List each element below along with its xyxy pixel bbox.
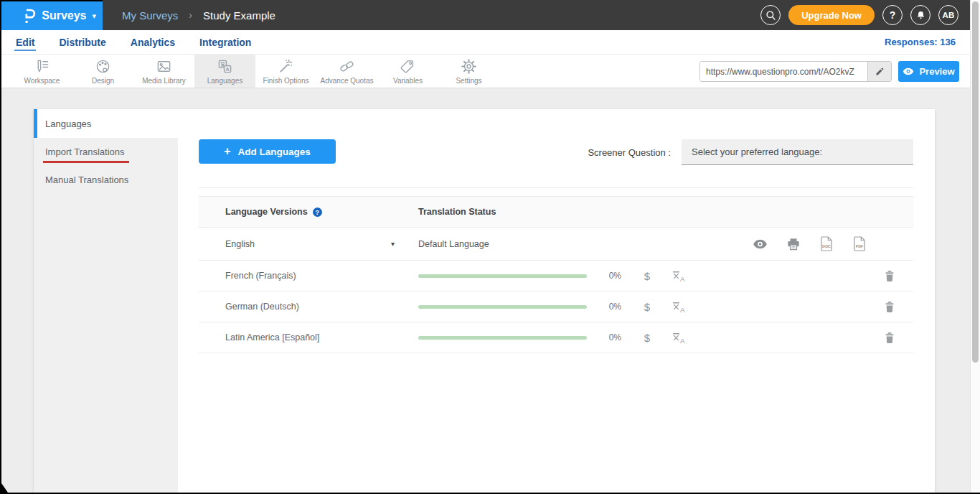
progress-percent: 0% bbox=[606, 302, 621, 312]
export-pdf-icon[interactable]: PDF bbox=[852, 236, 866, 251]
sidebar-item-import-translations[interactable]: Import Translations bbox=[34, 138, 178, 166]
translate-icon[interactable]: A bbox=[671, 330, 687, 345]
toolbar-item-workspace[interactable]: Workspace bbox=[11, 55, 72, 88]
toolbar-item-design[interactable]: Design bbox=[72, 55, 133, 88]
edit-toolbar: Workspace Design Media Library bbox=[1, 55, 980, 88]
toolbar-item-variables[interactable]: Variables bbox=[377, 55, 438, 88]
tab-edit[interactable]: Edit bbox=[14, 30, 36, 54]
screener-question: Screener Question : Select your preferre… bbox=[588, 139, 913, 165]
tag-icon bbox=[400, 58, 416, 75]
eye-icon bbox=[903, 67, 914, 75]
gear-icon bbox=[461, 58, 477, 75]
progress-percent: 0% bbox=[606, 271, 621, 281]
languages-main: + Add Languages Screener Question : Sele… bbox=[178, 109, 935, 493]
default-language-status: Default Language bbox=[418, 239, 489, 249]
progress-percent: 0% bbox=[606, 332, 621, 342]
table-header-row: Language Versions ? Translation Status bbox=[199, 196, 913, 228]
trash-icon[interactable] bbox=[885, 332, 895, 344]
preview-button[interactable]: Preview bbox=[898, 61, 959, 82]
search-icon bbox=[765, 9, 777, 22]
languages-panel: Languages Import Translations Manual Tra… bbox=[34, 109, 935, 493]
upgrade-now-button[interactable]: Upgrade Now bbox=[788, 5, 875, 25]
brand-label: Surveys bbox=[42, 9, 86, 22]
chevron-down-icon: ▾ bbox=[92, 11, 96, 21]
tab-distribute[interactable]: Distribute bbox=[57, 30, 107, 54]
svg-text:A: A bbox=[680, 336, 685, 344]
topbar: Surveys ▾ My Surveys › Study Example Upg… bbox=[1, 0, 980, 30]
search-button[interactable] bbox=[760, 5, 781, 25]
browser-scrollbar bbox=[970, 0, 980, 493]
questionpro-app: Surveys ▾ My Surveys › Study Example Upg… bbox=[0, 0, 980, 494]
chevron-down-icon: ▾ bbox=[391, 240, 395, 248]
avatar[interactable]: AB bbox=[938, 5, 958, 25]
help-button[interactable]: ? bbox=[882, 5, 903, 25]
brand-frame: Surveys ▾ bbox=[1, 0, 103, 30]
translation-progress-bar bbox=[418, 305, 587, 309]
workspace-icon bbox=[34, 58, 50, 75]
col-translation-status: Translation Status bbox=[418, 207, 496, 217]
chain-link-icon bbox=[339, 58, 355, 75]
survey-section-tabs: Edit Distribute Analytics Integration Re… bbox=[1, 30, 980, 55]
surveys-menu[interactable]: Surveys ▾ bbox=[1, 1, 103, 30]
translate-languages-icon: A bbox=[217, 58, 233, 75]
pencil-icon bbox=[875, 67, 885, 77]
svg-text:DOC: DOC bbox=[822, 244, 831, 248]
breadcrumb: My Surveys › Study Example bbox=[122, 0, 275, 30]
responses-count[interactable]: Responses: 136 bbox=[885, 30, 980, 54]
notifications-button[interactable] bbox=[910, 5, 930, 25]
tab-integration[interactable]: Integration bbox=[198, 30, 253, 54]
default-language-dropdown[interactable]: English ▾ bbox=[199, 239, 418, 249]
svg-text:A: A bbox=[680, 305, 685, 313]
survey-url-input[interactable] bbox=[700, 62, 867, 81]
svg-text:A: A bbox=[225, 66, 229, 72]
image-icon bbox=[156, 58, 172, 75]
languages-sidebar: Languages Import Translations Manual Tra… bbox=[34, 109, 178, 493]
toolbar-item-media-library[interactable]: Media Library bbox=[133, 55, 194, 88]
toolbar-item-advance-quotas[interactable]: Advance Quotas bbox=[316, 55, 377, 88]
sidebar-item-languages[interactable]: Languages bbox=[34, 109, 178, 138]
toolbar-item-settings[interactable]: Settings bbox=[438, 55, 499, 88]
table-row-latin-america: Latin America [Español] 0% $ A bbox=[199, 322, 913, 353]
add-languages-button[interactable]: + Add Languages bbox=[199, 139, 336, 164]
translation-progress-bar bbox=[418, 336, 587, 340]
translate-icon[interactable]: A bbox=[671, 269, 687, 284]
toolbar-item-finish-options[interactable]: Finish Options bbox=[255, 55, 316, 88]
palette-icon bbox=[95, 58, 111, 75]
table-row-german: German (Deutsch) 0% $ A bbox=[199, 292, 913, 322]
edit-url-button[interactable] bbox=[867, 62, 891, 81]
help-circle-icon[interactable]: ? bbox=[313, 208, 322, 217]
survey-url-box bbox=[699, 61, 892, 82]
trash-icon[interactable] bbox=[885, 301, 895, 313]
export-doc-icon[interactable]: DOC bbox=[819, 236, 833, 251]
breadcrumb-my-surveys[interactable]: My Surveys bbox=[122, 9, 178, 22]
svg-text:A: A bbox=[680, 274, 685, 282]
question-mark-icon: ? bbox=[890, 9, 896, 21]
translate-icon[interactable]: A bbox=[671, 299, 687, 314]
magic-wand-icon bbox=[278, 58, 294, 75]
print-icon[interactable] bbox=[787, 238, 800, 251]
trash-icon[interactable] bbox=[885, 270, 895, 282]
language-versions-table: Language Versions ? Translation Status E… bbox=[199, 196, 913, 353]
eye-icon[interactable] bbox=[753, 239, 768, 249]
breadcrumb-current-survey: Study Example bbox=[203, 9, 275, 22]
screener-question-label: Screener Question : bbox=[588, 147, 671, 158]
table-row-default-language: English ▾ Default Language bbox=[199, 228, 913, 261]
export-actions: DOC PDF bbox=[753, 236, 866, 251]
screener-question-select[interactable]: Select your preferred language: bbox=[682, 139, 913, 165]
sidebar-item-manual-translations[interactable]: Manual Translations bbox=[34, 166, 178, 194]
col-language-versions: Language Versions bbox=[225, 207, 308, 217]
tab-analytics[interactable]: Analytics bbox=[129, 30, 176, 54]
languages-actions-row: + Add Languages Screener Question : Sele… bbox=[199, 109, 913, 188]
bell-icon bbox=[915, 9, 926, 21]
breadcrumb-separator-icon: › bbox=[189, 9, 192, 21]
scrollbar-thumb[interactable] bbox=[972, 1, 979, 363]
content-area: Languages Import Translations Manual Tra… bbox=[1, 88, 980, 493]
paid-translation-icon[interactable]: $ bbox=[641, 270, 654, 282]
paid-translation-icon[interactable]: $ bbox=[641, 332, 654, 344]
paid-translation-icon[interactable]: $ bbox=[641, 301, 654, 313]
table-row-french: French (Français) 0% $ A bbox=[199, 261, 913, 292]
topbar-actions: Upgrade Now ? AB bbox=[760, 0, 980, 30]
questionpro-logo-icon bbox=[24, 8, 36, 24]
toolbar-item-languages[interactable]: A Languages bbox=[194, 55, 255, 88]
translation-progress-bar bbox=[418, 274, 587, 278]
